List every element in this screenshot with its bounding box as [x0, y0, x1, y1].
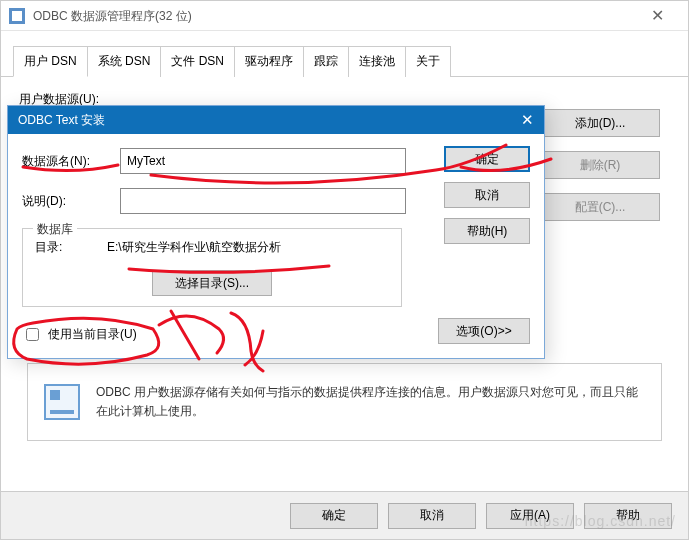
- ok-button[interactable]: 确定: [290, 503, 378, 529]
- help-button[interactable]: 帮助: [584, 503, 672, 529]
- dialog-cancel-button[interactable]: 取消: [444, 182, 530, 208]
- window-title: ODBC 数据源管理程序(32 位): [33, 1, 192, 31]
- tab-drivers[interactable]: 驱动程序: [234, 46, 304, 77]
- apply-button[interactable]: 应用(A): [486, 503, 574, 529]
- dialog-close-button[interactable]: ✕: [494, 111, 534, 129]
- tab-pooling[interactable]: 连接池: [348, 46, 406, 77]
- odbc-admin-window: ODBC 数据源管理程序(32 位) ✕ 用户 DSN 系统 DSN 文件 DS…: [0, 0, 689, 540]
- window-close-button[interactable]: ✕: [635, 1, 680, 31]
- description-label: 说明(D):: [22, 193, 120, 210]
- database-groupbox: 数据库 目录: E:\研究生学科作业\航空数据分析 选择目录(S)...: [22, 228, 402, 307]
- dialog-title: ODBC Text 安装: [18, 112, 105, 129]
- tab-about[interactable]: 关于: [405, 46, 451, 77]
- dialog-body: 数据源名(N): 说明(D): 确定 取消 帮助(H) 数据库 目录: E:\研…: [8, 134, 544, 358]
- window-titlebar: ODBC 数据源管理程序(32 位) ✕: [1, 1, 688, 31]
- datasource-icon: [44, 384, 80, 420]
- use-current-dir-checkbox[interactable]: [26, 328, 39, 341]
- directory-value: E:\研究生学科作业\航空数据分析: [107, 239, 281, 256]
- use-current-dir-row: 使用当前目录(U): [22, 325, 137, 344]
- remove-button[interactable]: 删除(R): [540, 151, 660, 179]
- app-icon: [9, 8, 25, 24]
- options-button[interactable]: 选项(O)>>: [438, 318, 530, 344]
- tabstrip: 用户 DSN 系统 DSN 文件 DSN 驱动程序 跟踪 连接池 关于: [1, 37, 688, 77]
- dialog-help-button[interactable]: 帮助(H): [444, 218, 530, 244]
- tab-system-dsn[interactable]: 系统 DSN: [87, 46, 162, 77]
- directory-label: 目录:: [35, 239, 107, 256]
- groupbox-legend: 数据库: [33, 221, 77, 238]
- cancel-button[interactable]: 取消: [388, 503, 476, 529]
- dialog-bottom-row: 确定 取消 应用(A) 帮助: [1, 491, 688, 539]
- choose-directory-button[interactable]: 选择目录(S)...: [152, 270, 272, 296]
- odbc-text-setup-dialog: ODBC Text 安装 ✕ 数据源名(N): 说明(D): 确定 取消 帮助(…: [7, 105, 545, 359]
- info-text: ODBC 用户数据源存储有关如何与指示的数据提供程序连接的信息。用户数据源只对您…: [96, 383, 645, 421]
- tab-user-dsn[interactable]: 用户 DSN: [13, 46, 88, 77]
- dialog-titlebar: ODBC Text 安装 ✕: [8, 106, 544, 134]
- dsn-name-label: 数据源名(N):: [22, 153, 120, 170]
- use-current-dir-label: 使用当前目录(U): [48, 326, 137, 343]
- configure-button[interactable]: 配置(C)...: [540, 193, 660, 221]
- tab-tracing[interactable]: 跟踪: [303, 46, 349, 77]
- dsn-name-input[interactable]: [120, 148, 406, 174]
- add-button[interactable]: 添加(D)...: [540, 109, 660, 137]
- description-input[interactable]: [120, 188, 406, 214]
- tab-file-dsn[interactable]: 文件 DSN: [160, 46, 235, 77]
- dsn-action-column: 添加(D)... 删除(R) 配置(C)...: [540, 109, 660, 221]
- dialog-ok-button[interactable]: 确定: [444, 146, 530, 172]
- info-panel: ODBC 用户数据源存储有关如何与指示的数据提供程序连接的信息。用户数据源只对您…: [27, 363, 662, 441]
- dialog-button-column: 确定 取消 帮助(H): [444, 146, 530, 244]
